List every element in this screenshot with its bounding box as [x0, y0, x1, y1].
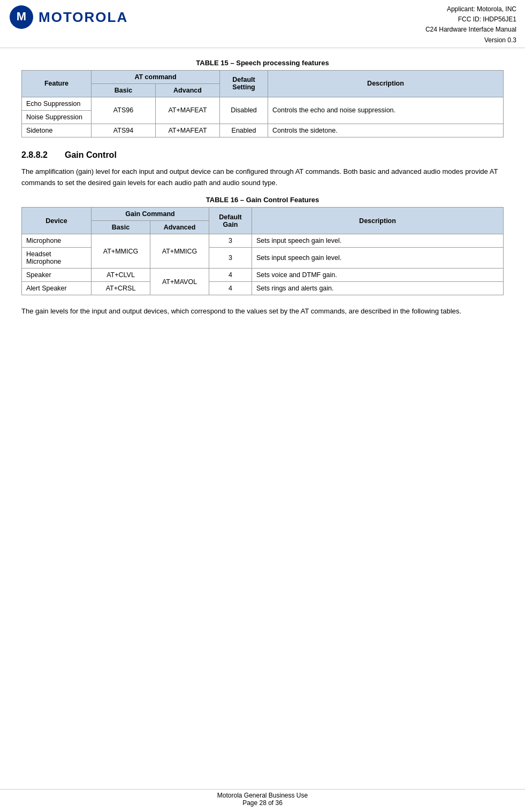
table15-feature-header: Feature: [22, 70, 92, 97]
footer-line1: Motorola General Business Use: [0, 792, 525, 799]
section-para1: The amplification (gain) level for each …: [21, 166, 504, 189]
device-cell: Headset Microphone: [22, 248, 92, 269]
section-number: 2.8.8.2: [21, 150, 48, 160]
table-row: Sidetone ATS94 AT+MAFEAT Enabled Control…: [22, 124, 504, 137]
default-cell: Disabled: [220, 97, 268, 124]
page-header: M MOTOROLA Applicant: Motorola, INC FCC …: [0, 0, 525, 48]
default-gain-cell: 4: [209, 282, 252, 295]
table16-gain-command-header: Gain Command: [92, 208, 209, 221]
advanced-cell: AT+MMICG: [150, 234, 209, 269]
footer-line2: Page 28 of 36: [0, 799, 525, 807]
basic-cell: AT+CLVL: [92, 269, 150, 282]
table-row: Echo Suppression ATS96 AT+MAFEAT Disable…: [22, 97, 504, 110]
desc-cell: Sets input speech gain level.: [252, 248, 504, 269]
section-2882-heading: 2.8.8.2 Gain Control: [21, 150, 504, 160]
device-cell: Alert Speaker: [22, 282, 92, 295]
table16-default-gain-header: Default Gain: [209, 208, 252, 234]
table-row: Alert Speaker AT+CRSL 4 Sets rings and a…: [22, 282, 504, 295]
default-gain-cell: 4: [209, 269, 252, 282]
device-cell: Speaker: [22, 269, 92, 282]
basic-cell: ATS96: [92, 97, 156, 124]
svg-text:M: M: [17, 10, 26, 23]
table15-default-header: Default Setting: [220, 70, 268, 97]
table15-at-command-header: AT command: [92, 70, 220, 83]
table16-basic-header: Basic: [92, 221, 150, 234]
desc-cell: Controls the echo and noise suppression.: [268, 97, 504, 124]
page-footer: Motorola General Business Use Page 28 of…: [0, 789, 525, 807]
table15: Feature AT command Default Setting Descr…: [21, 70, 504, 137]
version-text: Version 0.3: [425, 35, 516, 45]
motorola-logo: M MOTOROLA: [9, 4, 128, 30]
table16-desc-header: Description: [252, 208, 504, 234]
basic-cell: AT+CRSL: [92, 282, 150, 295]
advanced-cell: AT+MAVOL: [150, 269, 209, 295]
table16-title: TABLE 16 – Gain Control Features: [21, 196, 504, 204]
default-gain-cell: 3: [209, 248, 252, 269]
section-title: Gain Control: [65, 150, 117, 160]
desc-cell: Sets voice and DTMF gain.: [252, 269, 504, 282]
table15-advancd-header: Advancd: [156, 83, 220, 97]
desc-cell: Sets rings and alerts gain.: [252, 282, 504, 295]
manual-text: C24 Hardware Interface Manual: [425, 25, 516, 35]
table15-title: TABLE 15 – Speech processing features: [21, 59, 504, 67]
table16: Device Gain Command Default Gain Descrip…: [21, 207, 504, 295]
basic-cell: AT+MMICG: [92, 234, 150, 269]
table15-basic-header: Basic: [92, 83, 156, 97]
feature-cell: Sidetone: [22, 124, 92, 137]
section-para2: The gain levels for the input and output…: [21, 306, 504, 317]
header-right: Applicant: Motorola, INC FCC ID: IHDP56J…: [425, 4, 516, 45]
table16-advanced-header: Advanced: [150, 221, 209, 234]
table-row: Speaker AT+CLVL AT+MAVOL 4 Sets voice an…: [22, 269, 504, 282]
default-gain-cell: 3: [209, 234, 252, 248]
table16-device-header: Device: [22, 208, 92, 234]
motorola-logo-text: MOTOROLA: [39, 9, 128, 26]
table-row: Microphone AT+MMICG AT+MMICG 3 Sets inpu…: [22, 234, 504, 248]
feature-cell: Noise Suppression: [22, 110, 92, 124]
advancd-cell: AT+MAFEAT: [156, 124, 220, 137]
motorola-emblem-icon: M: [9, 4, 34, 30]
table15-desc-header: Description: [268, 70, 504, 97]
fcc-id-text: FCC ID: IHDP56JE1: [425, 14, 516, 25]
main-content: TABLE 15 – Speech processing features Fe…: [0, 48, 525, 335]
desc-cell: Controls the sidetone.: [268, 124, 504, 137]
header-left: M MOTOROLA: [9, 4, 128, 30]
default-cell: Enabled: [220, 124, 268, 137]
applicant-text: Applicant: Motorola, INC: [425, 4, 516, 14]
basic-cell: ATS94: [92, 124, 156, 137]
advancd-cell: AT+MAFEAT: [156, 97, 220, 124]
feature-cell: Echo Suppression: [22, 97, 92, 110]
device-cell: Microphone: [22, 234, 92, 248]
desc-cell: Sets input speech gain level.: [252, 234, 504, 248]
